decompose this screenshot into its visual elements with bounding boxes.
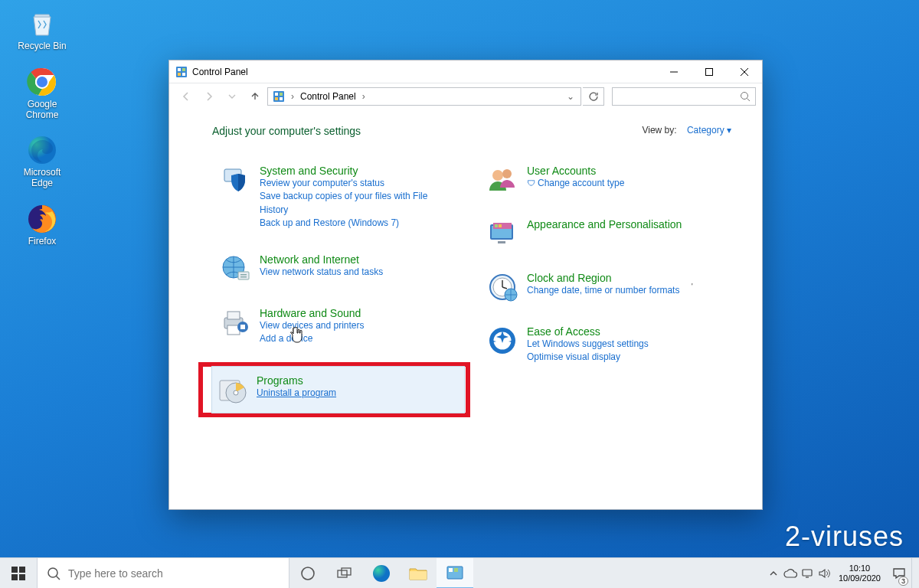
categories-right-column: User Accounts Change account type Appear… xyxy=(479,158,731,417)
desktop-icon-label: Microsoft Edge xyxy=(14,168,70,189)
svg-rect-64 xyxy=(803,570,812,576)
category-sublink[interactable]: Change account type xyxy=(527,177,624,190)
tray-volume-icon[interactable] xyxy=(816,558,832,589)
nav-row: › Control Panel › ⌄ xyxy=(169,83,762,109)
svg-line-55 xyxy=(57,576,61,580)
control-panel-icon xyxy=(175,66,188,78)
category-sublink[interactable]: Add a device xyxy=(260,332,365,345)
category-sublink[interactable]: Save backup copies of your files with Fi… xyxy=(260,190,456,217)
svg-rect-9 xyxy=(182,73,185,76)
clock-time: 10:10 xyxy=(839,564,881,573)
taskbar-search-input[interactable] xyxy=(68,567,280,580)
search-icon xyxy=(47,567,61,580)
svg-rect-23 xyxy=(238,272,249,279)
chevron-right-icon: › xyxy=(289,91,296,102)
category-sublink[interactable]: Change date, time or number formats xyxy=(527,284,679,297)
desktop-icon-edge[interactable]: Microsoft Edge xyxy=(14,134,70,189)
control-panel-search[interactable] xyxy=(612,87,756,106)
view-by-dropdown[interactable]: Category ▾ xyxy=(687,125,731,136)
svg-rect-25 xyxy=(240,276,247,278)
svg-point-19 xyxy=(741,93,748,100)
svg-point-35 xyxy=(502,169,512,178)
chevron-down-icon[interactable]: ⌄ xyxy=(565,91,576,102)
svg-rect-58 xyxy=(342,568,351,575)
category-ease-of-access: Ease of Access Let Windows suggest setti… xyxy=(479,319,731,371)
nav-recent-button[interactable] xyxy=(221,86,243,107)
desktop-icon-chrome[interactable]: Google Chrome xyxy=(14,66,70,121)
refresh-button[interactable] xyxy=(583,87,604,106)
uninstall-a-program-link[interactable]: Uninstall a program xyxy=(257,387,336,400)
category-network-internet: Network and Internet View network status… xyxy=(212,247,464,290)
desktop-icon-label: Recycle Bin xyxy=(18,41,66,52)
category-programs: Programs Uninstall a program xyxy=(212,367,464,413)
start-button[interactable] xyxy=(0,558,37,589)
category-sublink[interactable]: View devices and printers xyxy=(260,319,365,332)
category-sublink[interactable]: Review your computer's status xyxy=(260,177,456,190)
monitor-icon xyxy=(487,218,518,249)
category-sublink[interactable]: Back up and Restore (Windows 7) xyxy=(260,217,456,230)
svg-line-20 xyxy=(747,99,751,102)
tray-chevron-up-icon[interactable] xyxy=(765,558,782,589)
svg-rect-18 xyxy=(280,97,283,100)
chevron-right-icon: › xyxy=(361,91,367,102)
category-clock-region: Clock and Region Change date, time or nu… xyxy=(479,266,731,309)
svg-rect-41 xyxy=(498,241,505,243)
category-title[interactable]: Network and Internet xyxy=(260,253,383,266)
action-center-button[interactable]: 3 xyxy=(887,558,911,589)
desktop-icon-recycle-bin[interactable]: Recycle Bin xyxy=(14,8,70,52)
taskbar-app-control-panel[interactable] xyxy=(437,558,473,589)
category-sublink[interactable]: Let Windows suggest settings xyxy=(527,338,649,351)
svg-point-59 xyxy=(373,565,390,582)
category-title[interactable]: Hardware and Sound xyxy=(260,307,365,319)
breadcrumb-item[interactable]: Control Panel xyxy=(300,91,356,102)
svg-point-56 xyxy=(302,567,314,580)
clock-icon xyxy=(487,272,518,302)
category-title[interactable]: Programs xyxy=(257,374,336,387)
edge-icon xyxy=(26,134,58,166)
category-title[interactable]: System and Security xyxy=(260,165,456,177)
category-title[interactable]: Ease of Access xyxy=(527,325,649,338)
content-area: Adjust your computer's settings View by:… xyxy=(169,109,762,509)
address-bar[interactable]: › Control Panel › ⌄ xyxy=(267,87,581,106)
control-panel-icon xyxy=(273,90,285,103)
view-by: View by: Category ▾ xyxy=(642,125,731,136)
desktop-icons: Recycle Bin Google Chrome Microsoft Edge… xyxy=(14,8,70,247)
view-by-label: View by: xyxy=(642,125,676,136)
category-title[interactable]: Appearance and Personalisation xyxy=(527,218,682,230)
tray-network-icon[interactable] xyxy=(799,558,816,589)
search-input[interactable] xyxy=(617,91,740,102)
category-hardware-sound: Hardware and Sound View devices and prin… xyxy=(212,301,464,352)
taskbar-app-edge[interactable] xyxy=(363,558,400,589)
svg-point-34 xyxy=(492,170,503,181)
svg-rect-17 xyxy=(275,97,278,100)
category-appearance: Appearance and Personalisation xyxy=(479,212,731,255)
svg-rect-50 xyxy=(11,567,18,573)
category-sublink[interactable]: View network status and tasks xyxy=(260,266,383,279)
svg-rect-8 xyxy=(178,73,181,76)
nav-forward-button[interactable] xyxy=(198,86,220,107)
printer-icon xyxy=(220,307,250,338)
category-sublink[interactable]: Optimise visual display xyxy=(527,351,649,364)
category-system-security: System and Security Review your computer… xyxy=(212,158,464,237)
show-desktop-button[interactable] xyxy=(911,558,916,589)
taskbar-clock[interactable]: 10:10 10/09/2020 xyxy=(832,564,887,583)
taskbar-search[interactable] xyxy=(37,558,289,589)
svg-rect-53 xyxy=(19,574,25,580)
tray-onedrive-icon[interactable] xyxy=(782,558,799,589)
cortana-button[interactable] xyxy=(289,558,326,589)
nav-up-button[interactable] xyxy=(244,86,266,107)
desktop-icon-label: Firefox xyxy=(28,237,57,247)
category-user-accounts: User Accounts Change account type xyxy=(479,158,731,201)
category-title[interactable]: Clock and Region xyxy=(527,272,679,284)
window-minimize-button[interactable] xyxy=(656,60,692,83)
nav-back-button[interactable] xyxy=(175,86,197,107)
window-maximize-button[interactable] xyxy=(692,60,727,83)
category-title[interactable]: User Accounts xyxy=(527,165,624,177)
taskbar-app-explorer[interactable] xyxy=(400,558,437,589)
svg-rect-30 xyxy=(240,325,245,329)
desktop-icon-firefox[interactable]: Firefox xyxy=(14,203,70,247)
svg-rect-52 xyxy=(11,574,18,580)
window-close-button[interactable] xyxy=(727,60,762,83)
task-view-button[interactable] xyxy=(326,558,363,589)
watermark-text: 2-viruses xyxy=(785,521,904,553)
